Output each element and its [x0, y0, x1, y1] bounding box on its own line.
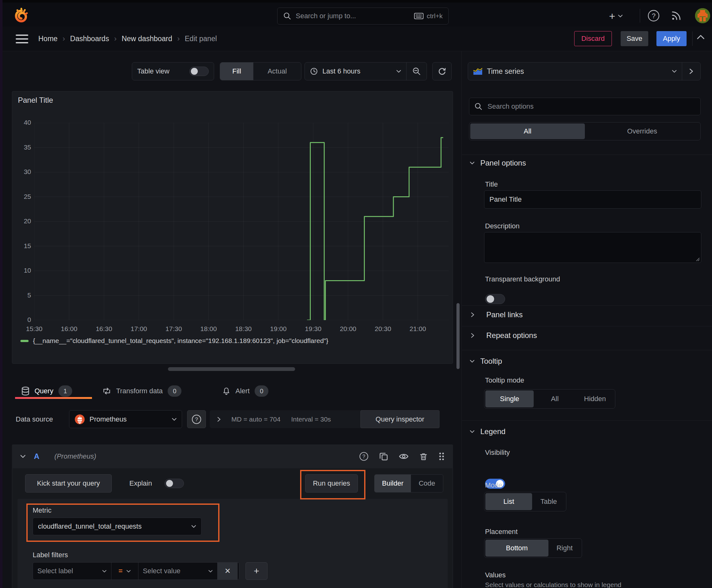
datasource-help-button[interactable]: ? — [187, 410, 206, 428]
panel-options-title: Panel options — [480, 159, 526, 167]
chart-plot-area[interactable] — [34, 123, 449, 320]
time-range-label: Last 6 hours — [322, 67, 360, 76]
tooltip-mode-single[interactable]: Single — [486, 391, 534, 407]
actual-option[interactable]: Actual — [253, 63, 301, 80]
breadcrumb-item-new-dashboard[interactable]: New dashboard — [122, 35, 172, 43]
hide-response-eye-icon[interactable] — [398, 451, 409, 461]
user-avatar[interactable] — [695, 8, 710, 23]
table-view-toggle[interactable] — [189, 67, 209, 76]
legend-mode-label: Mode — [485, 481, 502, 489]
panel-options-section-header[interactable]: Panel options — [470, 159, 526, 167]
tooltip-section-header[interactable]: Tooltip — [470, 357, 502, 365]
apply-button[interactable]: Apply — [656, 31, 687, 46]
tab-query[interactable]: Query 1 — [21, 384, 72, 398]
main-scrollbar-thumb[interactable] — [456, 303, 459, 369]
duplicate-query-icon[interactable] — [379, 451, 388, 461]
y-axis-tick-label: 10 — [16, 267, 31, 274]
bell-icon — [222, 387, 231, 396]
tab-alert-count: 0 — [255, 385, 268, 397]
refresh-button[interactable] — [432, 62, 452, 80]
panel-title[interactable]: Panel Title — [18, 96, 53, 105]
visualization-dropdown[interactable]: Time series — [468, 67, 682, 76]
discard-button[interactable]: Discard — [574, 31, 612, 46]
datasource-dropdown[interactable]: Prometheus — [69, 410, 182, 428]
query-datasource-hint: (Prometheus) — [54, 452, 96, 460]
close-icon: ✕ — [224, 567, 231, 575]
y-axis-tick-label: 25 — [16, 193, 31, 201]
explain-toggle[interactable] — [165, 479, 184, 488]
legend-mode-table[interactable]: Table — [532, 493, 565, 510]
legend-series-swatch[interactable] — [20, 340, 28, 342]
tooltip-mode-hidden[interactable]: Hidden — [576, 391, 614, 407]
select-label-dropdown[interactable]: Select label — [33, 563, 111, 580]
tooltip-title: Tooltip — [480, 357, 502, 365]
collapse-header-button[interactable] — [696, 35, 705, 40]
breadcrumb-item-home[interactable]: Home — [38, 35, 58, 43]
global-search-input[interactable]: Search or jump to... ctrl+k — [277, 7, 449, 24]
tab-transform-label: Transform data — [116, 387, 163, 395]
tab-alert[interactable]: Alert 0 — [222, 384, 268, 398]
chevron-right-icon[interactable] — [217, 417, 221, 422]
query-inspector-button[interactable]: Query inspector — [360, 410, 439, 428]
drag-handle-icon[interactable] — [438, 451, 445, 461]
y-axis-tick-label: 30 — [16, 168, 31, 175]
options-all-overrides-tabs: All Overrides — [469, 122, 701, 141]
remove-filter-button[interactable]: ✕ — [218, 563, 238, 580]
legend-mode-list[interactable]: List — [486, 493, 532, 510]
repeat-options-section-header[interactable]: Repeat options — [471, 331, 537, 340]
prometheus-icon — [74, 414, 85, 425]
zoom-out-time-button[interactable] — [407, 63, 427, 80]
add-new-button[interactable]: + — [609, 9, 632, 23]
panel-resize-handle[interactable] — [168, 367, 295, 371]
transparent-background-toggle[interactable] — [485, 294, 505, 304]
topbar-divider — [640, 9, 640, 23]
add-filter-button[interactable]: + — [245, 562, 267, 580]
panel-links-section-header[interactable]: Panel links — [471, 310, 523, 319]
toggle-options-pane-button[interactable] — [682, 63, 700, 80]
breadcrumb-separator: › — [177, 34, 180, 43]
query-row-header[interactable]: A (Prometheus) ? — [12, 444, 453, 468]
builder-option[interactable]: Builder — [374, 475, 411, 492]
query-help-icon[interactable]: ? — [359, 451, 369, 461]
legend-placement-bottom[interactable]: Bottom — [486, 540, 548, 556]
search-placeholder: Search or jump to... — [296, 12, 410, 20]
breadcrumb-item-edit-panel[interactable]: Edit panel — [185, 35, 217, 43]
help-icon[interactable]: ? — [647, 9, 660, 22]
description-textarea[interactable] — [484, 232, 701, 263]
options-search-field[interactable] — [469, 98, 701, 115]
operator-value: = — [118, 567, 123, 575]
options-search-input[interactable] — [487, 102, 695, 111]
time-range-picker[interactable]: Last 6 hours — [305, 67, 406, 76]
delete-query-trash-icon[interactable] — [419, 451, 428, 461]
select-label-placeholder: Select label — [37, 567, 98, 575]
select-value-dropdown[interactable]: Select value — [138, 563, 218, 580]
keyboard-icon — [414, 13, 424, 19]
code-option[interactable]: Code — [411, 475, 443, 492]
breadcrumb-item-dashboards[interactable]: Dashboards — [70, 35, 109, 43]
menu-hamburger-icon[interactable] — [16, 35, 28, 43]
chevron-down-icon — [172, 418, 177, 421]
panel-title-input[interactable] — [484, 190, 701, 209]
operator-dropdown[interactable]: = — [111, 563, 138, 580]
grafana-logo-icon[interactable] — [14, 7, 29, 24]
kick-start-query-button[interactable]: Kick start your query — [25, 474, 112, 492]
legend-section-header[interactable]: Legend — [470, 427, 505, 436]
tab-all[interactable]: All — [470, 123, 585, 139]
svg-text:?: ? — [195, 416, 198, 422]
tooltip-mode-all[interactable]: All — [534, 391, 576, 407]
chevron-down-icon — [672, 70, 677, 73]
tab-overrides[interactable]: Overrides — [585, 123, 699, 139]
news-rss-icon[interactable] — [671, 10, 682, 21]
x-axis-tick-label: 18:00 — [194, 325, 222, 333]
legend-series-label[interactable]: {__name__="cloudflared_tunnel_total_requ… — [33, 337, 328, 344]
save-button[interactable]: Save — [621, 31, 648, 46]
resize-handle-icon[interactable] — [695, 257, 700, 261]
table-view-control: Table view — [132, 62, 214, 80]
query-options-stats: MD = auto = 704 — [231, 416, 280, 423]
legend-placement-right[interactable]: Right — [548, 540, 581, 556]
divider — [462, 154, 712, 155]
search-icon — [283, 12, 291, 20]
tab-transform-data[interactable]: Transform data 0 — [102, 384, 181, 398]
x-axis-tick-label: 20:30 — [369, 325, 397, 333]
fill-option[interactable]: Fill — [220, 63, 253, 80]
